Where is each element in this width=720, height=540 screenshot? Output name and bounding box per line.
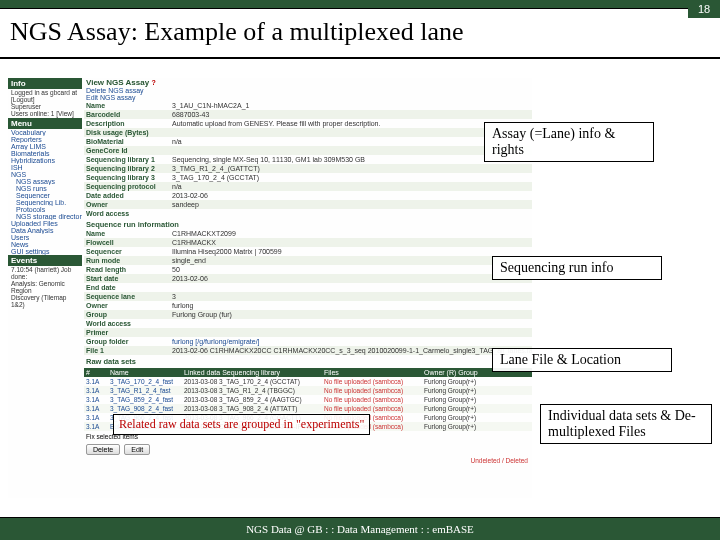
kv-key: Sequence lane [84, 292, 172, 301]
kv-key: Sequencing library 3 [84, 173, 172, 182]
kv-key: Flowcell [84, 238, 172, 247]
annotation-lane-file: Lane File & Location [492, 348, 672, 372]
kv-val: 3 [172, 292, 532, 301]
kv-val: 50 [172, 265, 532, 274]
kv-key: Sequencing library 1 [84, 155, 172, 164]
kv-val: single_end [172, 256, 532, 265]
main-panel: View NGS Assay ? Delete NGS assay Edit N… [84, 78, 532, 498]
kv-val [172, 128, 532, 137]
kv-key: Date added [84, 191, 172, 200]
kv-val [172, 209, 532, 218]
kv-key: Primer [84, 328, 172, 337]
submenu-item[interactable]: Protocols [8, 206, 82, 213]
table-row[interactable]: 3.1A3_TAG_859_2_4_fast2013-03-08 3_TAG_8… [84, 395, 532, 404]
kv-val: Illumina Hiseq2000 Matrix | 700599 [172, 247, 532, 256]
menu-item[interactable]: Array LIMS [8, 143, 82, 150]
menu-item[interactable]: Users [8, 234, 82, 241]
table-row[interactable]: 3.1A3_TAG_908_2_4_fast2013-03-08 3_TAG_9… [84, 404, 532, 413]
kv-val: 2013-02-06 C1RHMACKX20CC C1RHMACKX20CC_s… [172, 346, 532, 355]
kv-val: n/a [172, 182, 532, 191]
seqrun-header: Sequence run information [84, 220, 532, 229]
annotation-seqrun-info: Sequencing run info [492, 256, 662, 280]
info-line: Superuser [8, 103, 82, 110]
kv-key: Description [84, 119, 172, 128]
submenu-item[interactable]: Sequencer [8, 192, 82, 199]
menu-item[interactable]: Uploaded Files [8, 220, 82, 227]
kv-key: File 1 [84, 346, 172, 355]
menu-item[interactable]: Reporters [8, 136, 82, 143]
kv-key: Disk usage (Bytes) [84, 128, 172, 137]
menu-header: Menu [8, 118, 82, 129]
button-row: Delete Edit [84, 444, 532, 455]
sidebar: Info Logged in as gbcard at [Logout] Sup… [8, 78, 82, 498]
kv-key: Sequencing library 2 [84, 164, 172, 173]
delete-button[interactable]: Delete [86, 444, 120, 455]
event-line: 7.10:54 (harriett) Job done: [8, 266, 82, 280]
kv-key: Read length [84, 265, 172, 274]
kv-val: furlong [/g/furlong/emigrate/] [172, 337, 532, 346]
annotation-datasets: Individual data sets & De-multiplexed Fi… [540, 404, 712, 444]
footer: NGS Data @ GB : : Data Management : : em… [0, 518, 720, 540]
kv-val: Automatic upload from GENESY. Please fil… [172, 119, 532, 128]
view-header: View NGS Assay ? [84, 78, 532, 87]
kv-val [172, 146, 532, 155]
table-row[interactable]: 3.1A3_TAG_170_2_4_fast2013-03-08 3_TAG_1… [84, 377, 532, 386]
kv-key: World access [84, 319, 172, 328]
menu-item[interactable]: Data Analysis [8, 227, 82, 234]
kv-val: Furlong Group (fur) [172, 310, 532, 319]
kv-key: Name [84, 229, 172, 238]
kv-val: 6887003-43 [172, 110, 532, 119]
menu-item[interactable]: ISH [8, 164, 82, 171]
page-number: 18 [688, 0, 720, 18]
kv-key: BioMaterial [84, 137, 172, 146]
kv-val [172, 283, 532, 292]
raw-header: Raw data sets [84, 357, 532, 366]
menu-item[interactable]: NGS [8, 171, 82, 178]
info-header: Info [8, 78, 82, 89]
menu-item[interactable]: News [8, 241, 82, 248]
annotation-related-raw: Related raw data sets are grouped in "ex… [113, 414, 370, 435]
action-link[interactable]: Edit NGS assay [84, 94, 532, 101]
info-line: Users online: 1 [View] [8, 110, 82, 117]
kv-key: End date [84, 283, 172, 292]
kv-val: 2013-02-06 [172, 191, 532, 200]
screenshot-panel: Info Logged in as gbcard at [Logout] Sup… [8, 78, 532, 498]
kv-val: Sequencing, single MX-Seq 10, 11130, GM1… [172, 155, 532, 164]
events-header: Events [8, 255, 82, 266]
annotation-assay-info: Assay (=Lane) info & rights [484, 122, 654, 162]
event-line: Analysis: Genomic Region [8, 280, 82, 294]
kv-key: Group [84, 310, 172, 319]
edit-button[interactable]: Edit [124, 444, 150, 455]
menu-item[interactable]: GUI settings [8, 248, 82, 255]
submenu-item[interactable]: NGS runs [8, 185, 82, 192]
submenu-item[interactable]: Sequencing Lib. [8, 199, 82, 206]
kv-val: 3_TAG_170_2_4 (GCCTAT) [172, 173, 532, 182]
kv-key: Name [84, 101, 172, 110]
kv-val: n/a [172, 137, 532, 146]
kv-val: sandeep [172, 200, 532, 209]
kv-val: C1RHMACKX [172, 238, 532, 247]
submenu-item[interactable]: NGS storage directory [8, 213, 82, 220]
kv-val: furlong [172, 301, 532, 310]
kv-key: Owner [84, 301, 172, 310]
kv-val [172, 319, 532, 328]
top-stripe [0, 0, 720, 9]
undeleted-toggle[interactable]: Undeleted / Deleted [84, 457, 532, 464]
kv-key: Group folder [84, 337, 172, 346]
logout-link[interactable]: [Logout] [8, 96, 82, 103]
kv-val: 3_TMG_R1_2_4_(GATTCT) [172, 164, 532, 173]
kv-key: Word access [84, 209, 172, 218]
menu-item[interactable]: Hybridizations [8, 157, 82, 164]
kv-val: C1RHMACKXT2099 [172, 229, 532, 238]
kv-val: 3_1AU_C1N-hMAC2A_1 [172, 101, 532, 110]
menu-item[interactable]: Biomaterials [8, 150, 82, 157]
menu-item[interactable]: Vocabulary [8, 129, 82, 136]
kv-key: BarcodeId [84, 110, 172, 119]
submenu-item[interactable]: NGS assays [8, 178, 82, 185]
slide-title: NGS Assay: Example of a multiplexed lane [10, 17, 710, 47]
kv-key: Sequencing protocol [84, 182, 172, 191]
kv-key: Start date [84, 274, 172, 283]
kv-val [172, 328, 532, 337]
table-row[interactable]: 3.1A3_TAG_R1_2_4_fast2013-03-08 3_TAG_R1… [84, 386, 532, 395]
action-link[interactable]: Delete NGS assay [84, 87, 532, 94]
